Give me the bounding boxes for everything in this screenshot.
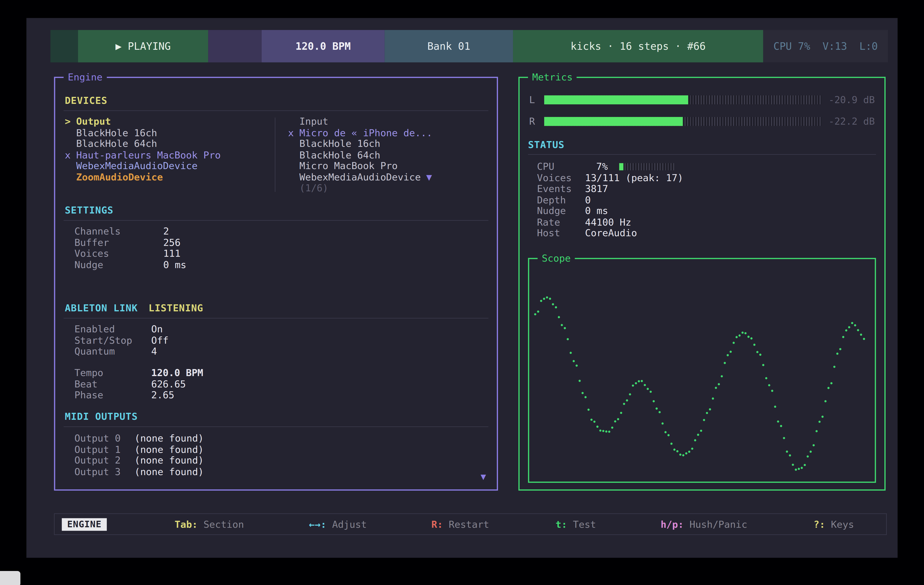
midi-output-row: Output 0(none found) <box>74 433 204 444</box>
scope-dot <box>679 453 681 456</box>
section-divider <box>64 110 488 111</box>
scope-dot <box>540 300 542 302</box>
scope-dot <box>733 342 735 344</box>
status-row: Events3817 <box>537 184 875 194</box>
scope-dot <box>662 422 664 425</box>
device-item[interactable]: xHaut-parleurs MacBook Pro <box>65 150 221 161</box>
scope-dot <box>771 390 773 392</box>
scope-dot <box>842 336 844 338</box>
footer-hint-label: Test <box>567 519 596 530</box>
scope-dot <box>801 467 803 469</box>
status-label: Events <box>537 184 585 194</box>
midi-output-value: (none found) <box>134 433 204 444</box>
scope-dot <box>729 351 732 353</box>
scope-dot <box>789 454 791 456</box>
footer-hint-label: Adjust <box>327 519 367 530</box>
status-label: Nudge <box>537 206 585 217</box>
setting-value: 0 ms <box>163 259 186 270</box>
footer-hint-label: Section <box>198 519 244 530</box>
background-window-fragment <box>0 571 20 585</box>
scope-dot <box>836 353 838 355</box>
scope-dot <box>860 334 862 336</box>
status-row: Depth0 <box>537 194 875 206</box>
scope-dot <box>617 418 619 420</box>
status-label: Depth <box>537 194 585 206</box>
device-item[interactable]: WebexMediaAudioDevice <box>65 161 221 172</box>
device-marker <box>288 172 299 183</box>
device-item: (1/6) <box>288 183 432 194</box>
scope-dot <box>795 469 797 471</box>
status-value: 7% <box>585 161 608 173</box>
device-item[interactable]: Micro MacBook Pro <box>288 161 432 172</box>
midi-output-value: (none found) <box>134 455 204 466</box>
link-setting-label: Start/Stop <box>74 335 151 346</box>
cpu-meter-bar <box>619 163 675 170</box>
scope-dot <box>854 324 856 326</box>
footer-hint: Tab: Section <box>175 519 244 530</box>
device-item[interactable]: BlackHole 64ch <box>65 138 221 150</box>
status-row: CPU7% <box>537 161 875 173</box>
status-label: Voices <box>537 173 585 184</box>
device-item[interactable]: ZoomAudioDevice <box>65 172 221 183</box>
scope-dot <box>715 387 717 389</box>
device-name: Output <box>76 116 111 127</box>
setting-row: Nudge0 ms <box>74 259 186 270</box>
scope-dot <box>709 408 711 410</box>
scope-dot <box>590 419 592 421</box>
midi-output-value: (none found) <box>134 466 204 478</box>
status-value: 0 ms <box>585 206 608 217</box>
scope-dot <box>635 382 637 384</box>
scope-dot <box>786 450 788 453</box>
scope-dot <box>762 364 764 366</box>
scope-dot <box>629 393 631 395</box>
scope-dot <box>602 430 604 432</box>
scope-dot <box>534 313 536 315</box>
scope-dot <box>818 421 820 423</box>
section-divider <box>64 220 488 221</box>
midi-output-row: Output 3(none found) <box>74 466 204 478</box>
mode-badge: ENGINE <box>62 518 107 531</box>
link-timing-label: Beat <box>74 379 151 390</box>
midi-output-label: Output 1 <box>74 444 134 455</box>
device-item[interactable]: BlackHole 16ch <box>288 138 432 150</box>
footer-hint: t: Test <box>556 519 596 530</box>
scope-dot <box>768 384 771 386</box>
device-item[interactable]: BlackHole 64ch <box>288 150 432 161</box>
scope-dot <box>798 468 800 470</box>
link-timing-row: Phase2.65 <box>74 390 203 401</box>
device-name: BlackHole 16ch <box>76 127 157 138</box>
scope-dot <box>700 430 702 432</box>
scope-dot <box>665 431 667 433</box>
scope-dot <box>810 451 812 453</box>
settings-list: Channels2Buffer256Voices111Nudge0 ms <box>74 226 186 270</box>
device-marker: x <box>65 150 76 161</box>
column-divider <box>275 118 275 192</box>
scope-dot <box>561 324 563 326</box>
footer-hint-label: Keys <box>825 519 854 530</box>
track-info-segment: kicks · 16 steps · #66 <box>513 30 763 62</box>
scope-dot <box>822 416 824 418</box>
bank-label: Bank 01 <box>427 40 470 52</box>
scope-dot <box>833 366 836 368</box>
scope-dot <box>594 420 596 423</box>
scope-dot <box>759 354 761 356</box>
device-item[interactable]: xMicro de « iPhone de... <box>288 127 432 138</box>
ableton-link-title: ABLETON LINK <box>65 302 138 313</box>
device-name: Input <box>299 116 328 127</box>
system-stats-segment: CPU 7% V:13 L:0 <box>763 30 888 62</box>
device-item[interactable]: >Output <box>65 116 221 127</box>
link-timing-value: 626.65 <box>151 379 186 390</box>
scope-dot <box>777 420 779 423</box>
status-label: Host <box>537 228 585 239</box>
metrics-panel: Metrics L -20.9 dB R -22.2 dB STATUS CPU… <box>518 77 886 491</box>
meter-right-bar <box>544 117 821 126</box>
footer-hint: h/p: Hush/Panic <box>661 519 747 530</box>
device-item[interactable]: WebexMediaAudioDevice▼ <box>288 172 432 183</box>
scope-dot <box>596 425 599 428</box>
midi-outputs-list: Output 0(none found)Output 1(none found)… <box>74 433 204 478</box>
device-item[interactable]: BlackHole 16ch <box>65 127 221 138</box>
scope-dot <box>608 431 610 433</box>
footer-hint-key: h/p: <box>661 519 684 530</box>
status-label: Rate <box>537 217 585 228</box>
cpu-meter-fill <box>619 163 624 170</box>
